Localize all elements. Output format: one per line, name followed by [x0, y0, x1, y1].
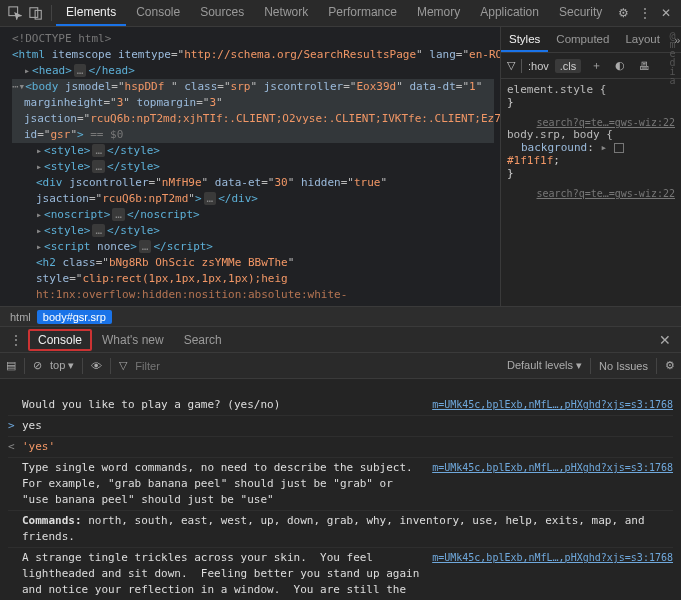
drawer-tabs: ⋮ Console What's new Search ✕ [0, 326, 681, 353]
drawer-tab-search[interactable]: Search [174, 333, 232, 347]
style-node-1[interactable]: <style>…</style> [36, 143, 494, 159]
noscript-node[interactable]: <noscript>…</noscript> [36, 207, 494, 223]
log-levels[interactable]: Default levels ▾ [507, 359, 582, 372]
devtools-topbar: Elements Console Sources Network Perform… [0, 0, 681, 27]
console-input-line: > yes [8, 416, 673, 437]
issues-badge[interactable]: No Issues [599, 360, 648, 372]
main-row: <!DOCTYPE html> <html itemscope itemtype… [0, 27, 681, 306]
console-body[interactable]: Would you like to play a game? (yes/no) … [0, 379, 681, 600]
drawer-kebab-icon[interactable]: ⋮ [4, 333, 28, 347]
console-line: A strange tingle trickles across your sk… [8, 548, 673, 600]
svg-rect-1 [30, 8, 38, 18]
context-selector[interactable]: top ▾ [50, 359, 74, 372]
style-node-3[interactable]: <style>…</style> [36, 223, 494, 239]
styles-toolbar: ▽ :hov .cls ＋ ◐ 🖶 [501, 53, 681, 79]
gear-icon[interactable]: ⚙ [612, 2, 634, 24]
brace-close: } [507, 96, 675, 109]
rule-source-link[interactable]: search?q=te…=gws-wiz:22 [537, 117, 675, 128]
print-icon[interactable]: 🖶 [635, 57, 653, 75]
tab-security[interactable]: Security [549, 0, 612, 26]
toggle-dark-icon[interactable]: ◐ [611, 57, 629, 75]
kebab-icon[interactable]: ⋮ [634, 2, 656, 24]
crumb-html[interactable]: html [4, 310, 37, 324]
div-node[interactable]: <div jscontroller="nMfH9e" data-et="30" … [36, 175, 494, 207]
filter-icon[interactable]: ▽ [507, 59, 515, 72]
doctype-line: <!DOCTYPE html> [12, 31, 494, 47]
live-expression-icon[interactable]: 👁 [91, 360, 102, 372]
crumb-body[interactable]: body#gsr.srp [37, 310, 112, 324]
drawer-tab-console[interactable]: Console [28, 329, 92, 351]
console-line: Commands: north, south, east, west, up, … [8, 511, 673, 548]
close-icon[interactable]: ✕ [655, 2, 677, 24]
body-node-selected[interactable]: ⋯▾<body jsmodel="hspDDf " class="srp" js… [12, 79, 494, 143]
styles-tabs: Styles Computed Layout » [501, 27, 681, 53]
main-tabs: Elements Console Sources Network Perform… [56, 0, 612, 26]
divider [51, 5, 52, 21]
filter-icon: ▽ [119, 359, 127, 372]
tab-elements[interactable]: Elements [56, 0, 126, 26]
console-output-line: < 'yes' [8, 437, 673, 458]
styles-pane: Styles Computed Layout » ▽ :hov .cls ＋ ◐… [500, 27, 681, 306]
tab-console[interactable]: Console [126, 0, 190, 26]
h2-node[interactable]: <h2 class="bNg8Rb OhScic zsYMMe BBwThe" … [36, 255, 494, 306]
drawer-tab-whatsnew[interactable]: What's new [92, 333, 174, 347]
hov-toggle[interactable]: :hov [528, 60, 549, 72]
inspect-icon[interactable] [4, 2, 26, 24]
script-node[interactable]: <script nonce>…</script> [36, 239, 494, 255]
styles-tab-computed[interactable]: Computed [548, 27, 617, 52]
console-line: Would you like to play a game? (yes/no) … [8, 395, 673, 416]
brace-close-2: } [507, 167, 675, 180]
console-toolbar: ▤ ⊘ top ▾ 👁 ▽ Default levels ▾ No Issues… [0, 353, 681, 379]
tab-application[interactable]: Application [470, 0, 549, 26]
source-link[interactable]: m=UMk45c,bplExb,nMfL…,pHXghd?xjs=s3:1768 [432, 550, 673, 566]
elements-tree[interactable]: <!DOCTYPE html> <html itemscope itemtype… [0, 27, 500, 306]
clear-console-icon[interactable]: ⊘ [33, 359, 42, 372]
styles-body[interactable]: element.style { } search?q=te…=gws-wiz:2… [501, 79, 681, 306]
styles-tab-styles[interactable]: Styles [501, 27, 548, 52]
tab-performance[interactable]: Performance [318, 0, 407, 26]
cls-toggle[interactable]: .cls [555, 59, 582, 73]
console-line: Type single word commands, no need to de… [8, 458, 673, 511]
head-node[interactable]: <head>…</head> [24, 63, 494, 79]
styles-tab-layout[interactable]: Layout [617, 27, 668, 52]
source-link[interactable]: m=UMk45c,bplExb,nMfL…,pHXghd?xjs=s3:1768 [432, 397, 673, 413]
tab-network[interactable]: Network [254, 0, 318, 26]
rule-prop-line[interactable]: background: ▸ #1f1f1f; [507, 141, 675, 167]
device-toggle-icon[interactable] [26, 2, 48, 24]
filter-input[interactable] [135, 360, 215, 372]
drawer-close-icon[interactable]: ✕ [653, 332, 677, 348]
html-open[interactable]: <html itemscope itemtype="http://schema.… [12, 47, 494, 63]
gutter-text: @media [665, 79, 679, 84]
new-rule-icon[interactable]: ＋ [587, 57, 605, 75]
rule-source-link-2[interactable]: search?q=te…=gws-wiz:22 [537, 188, 675, 199]
tab-memory[interactable]: Memory [407, 0, 470, 26]
tab-sources[interactable]: Sources [190, 0, 254, 26]
console-gear-icon[interactable]: ⚙ [665, 359, 675, 372]
source-link[interactable]: m=UMk45c,bplExb,nMfL…,pHXghd?xjs=s3:1768 [432, 460, 673, 476]
console-sidebar-icon[interactable]: ▤ [6, 359, 16, 372]
breadcrumb: html body#gsr.srp [0, 306, 681, 326]
style-node-2[interactable]: <style>…</style> [36, 159, 494, 175]
element-style-rule[interactable]: element.style { [507, 83, 675, 96]
